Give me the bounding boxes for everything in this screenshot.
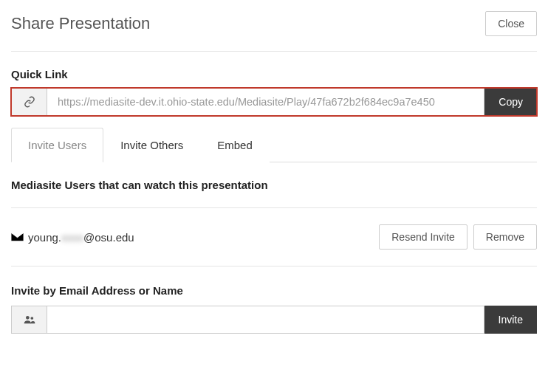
tab-embed[interactable]: Embed xyxy=(200,128,270,162)
invite-input[interactable] xyxy=(47,306,484,334)
tab-invite-users[interactable]: Invite Users xyxy=(11,128,103,162)
users-heading: Mediasite Users that can watch this pres… xyxy=(11,179,537,208)
invite-section: Invite by Email Address or Name Invite xyxy=(11,284,537,334)
resend-invite-button[interactable]: Resend Invite xyxy=(379,224,467,250)
svg-point-1 xyxy=(30,317,33,320)
email-prefix: young. xyxy=(28,231,61,244)
user-email: young.xxxx@osu.edu xyxy=(11,231,134,244)
tab-invite-others[interactable]: Invite Others xyxy=(103,128,200,162)
quick-link-group: Copy xyxy=(11,88,537,116)
close-button[interactable]: Close xyxy=(485,11,537,36)
copy-button[interactable]: Copy xyxy=(484,88,537,116)
quick-link-label: Quick Link xyxy=(11,68,537,80)
mail-icon xyxy=(11,231,24,244)
tab-bar: Invite Users Invite Others Embed xyxy=(11,128,537,162)
people-icon xyxy=(11,306,47,334)
remove-button[interactable]: Remove xyxy=(473,224,537,250)
user-row: young.xxxx@osu.edu Resend Invite Remove xyxy=(11,208,537,267)
user-actions: Resend Invite Remove xyxy=(379,224,537,250)
invite-input-group: Invite xyxy=(11,306,537,334)
email-masked: xxxx xyxy=(61,231,83,244)
invite-label: Invite by Email Address or Name xyxy=(11,284,537,297)
invite-button[interactable]: Invite xyxy=(484,306,537,334)
dialog-header: Share Presentation Close xyxy=(11,11,537,52)
email-suffix: @osu.edu xyxy=(83,231,134,244)
page-title: Share Presentation xyxy=(11,14,150,33)
quick-link-input[interactable] xyxy=(47,88,484,116)
svg-point-0 xyxy=(26,316,30,320)
link-icon xyxy=(11,88,47,116)
